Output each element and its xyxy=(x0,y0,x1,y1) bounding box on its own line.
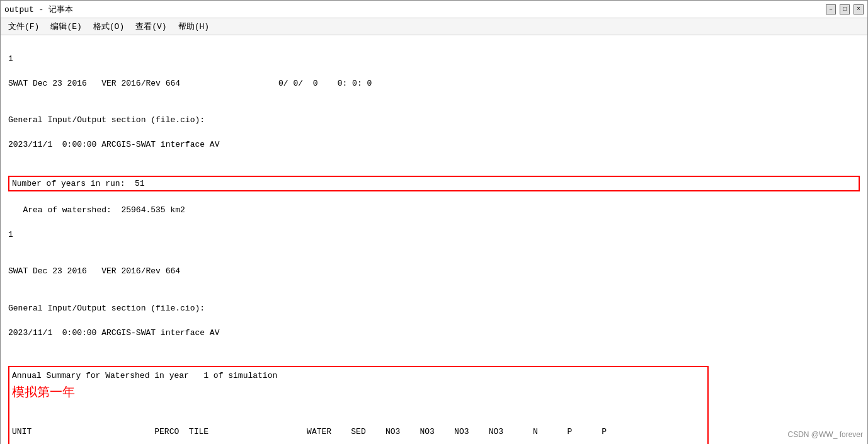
area-watershed: Area of watershed: 25964.535 km2 xyxy=(8,204,860,217)
datetime-1: 2023/11/1 0:00:00 ARCGIS-SWAT interface … xyxy=(8,139,860,151)
num-years-text: Number of years in run: 51 xyxy=(12,179,145,188)
maximize-button[interactable]: □ xyxy=(840,4,850,14)
swat-header-1: SWAT Dec 23 2016 VER 2016/Rev 664 0/ 0/ … xyxy=(8,77,860,90)
notepad-window: output - 记事本 – □ × 文件(F) 编辑(E) 格式(O) 查看(… xyxy=(0,0,868,444)
menu-edit[interactable]: 编辑(E) xyxy=(45,20,86,33)
num-years-highlight: Number of years in run: 51 xyxy=(8,176,860,192)
menu-format[interactable]: 格式(O) xyxy=(88,20,129,33)
col-header-1: UNIT PERCO TILE WATER SED NO3 NO3 NO3 NO… xyxy=(12,426,705,438)
line-2: 1 xyxy=(8,229,860,241)
line-1: 1 xyxy=(8,53,860,65)
annotation-text: 模拟第一年 xyxy=(12,382,705,401)
menu-help[interactable]: 帮助(H) xyxy=(173,20,214,33)
general-io-1: General Input/Output section (file.cio): xyxy=(8,114,860,127)
menu-bar: 文件(F) 编辑(E) 格式(O) 查看(V) 帮助(H) xyxy=(1,18,867,35)
watermark-text: CSDN @WW_ forever xyxy=(787,430,863,439)
title-bar: output - 记事本 – □ × xyxy=(1,1,867,18)
menu-view[interactable]: 查看(V) xyxy=(130,20,171,33)
annual-summary-text: Annual Summary for Watershed in year 1 o… xyxy=(12,371,277,380)
close-button[interactable]: × xyxy=(854,4,864,14)
general-io-2: General Input/Output section (file.cio): xyxy=(8,302,860,315)
menu-file[interactable]: 文件(F) xyxy=(3,20,44,33)
text-content: 1 SWAT Dec 23 2016 VER 2016/Rev 664 0/ 0… xyxy=(1,35,867,444)
table-section: Annual Summary for Watershed in year 1 o… xyxy=(8,366,709,444)
datetime-2: 2023/11/1 0:00:00 ARCGIS-SWAT interface … xyxy=(8,327,860,339)
window-title: output - 记事本 xyxy=(4,4,73,15)
swat-header-2: SWAT Dec 23 2016 VER 2016/Rev 664 xyxy=(8,265,860,278)
window-controls: – □ × xyxy=(826,4,864,14)
minimize-button[interactable]: – xyxy=(826,4,836,14)
